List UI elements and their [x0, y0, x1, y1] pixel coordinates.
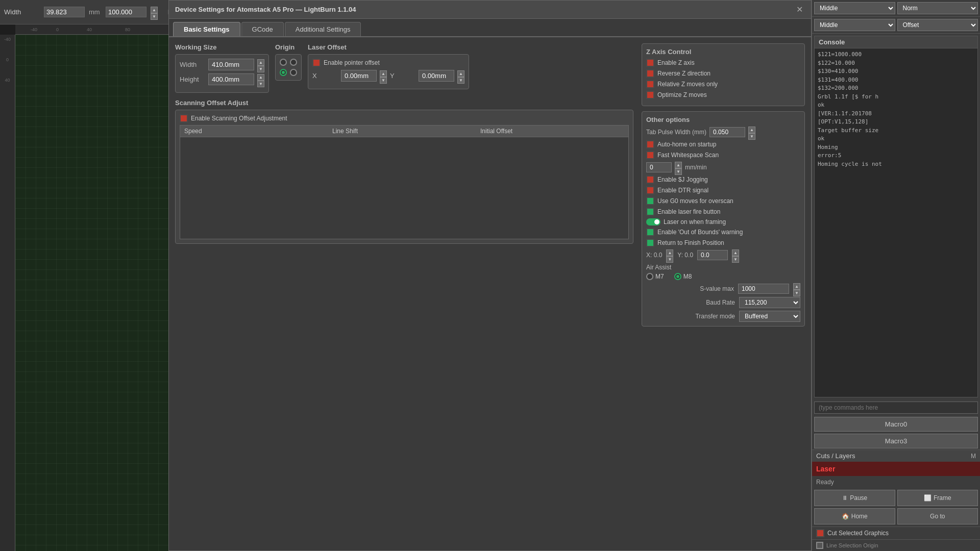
pause-icon: ⏸	[842, 494, 848, 502]
out-of-bounds-warning[interactable]: Enable 'Out of Bounds' warning	[646, 228, 800, 236]
laser-on-framing[interactable]: Laser on when framing	[646, 218, 800, 226]
auto-home-checkbox[interactable]	[646, 140, 654, 148]
enable-fire-button[interactable]: Enable laser fire button	[646, 208, 800, 216]
m7-radio[interactable]	[646, 273, 653, 280]
fast-whitespace-checkbox[interactable]	[646, 151, 654, 159]
reverse-z-checkbox[interactable]	[646, 69, 654, 78]
laser-framing-knob	[654, 219, 659, 224]
ws-height-input[interactable]	[208, 73, 254, 85]
baud-rate-select[interactable]: 115,200	[739, 297, 800, 308]
canvas-grid[interactable]	[15, 35, 168, 551]
laser-offset-header: Laser Offset	[308, 43, 469, 51]
canvas-area: -40 0 40 80 -40 0 40	[0, 24, 168, 551]
y-position-input[interactable]	[697, 250, 728, 260]
origin-top-right[interactable]	[290, 59, 297, 66]
laser-framing-toggle[interactable]	[646, 218, 660, 226]
pause-button[interactable]: ⏸ Pause	[814, 490, 895, 506]
radio-top-right[interactable]	[290, 59, 297, 66]
middle-dropdown-2[interactable]: Middle	[814, 19, 895, 31]
ws-width-input[interactable]	[208, 59, 254, 70]
enable-jogging[interactable]: Enable $J Jogging	[646, 176, 800, 184]
dialog-close-button[interactable]: ✕	[794, 5, 805, 14]
middle-dropdown-1[interactable]: Middle	[814, 2, 895, 14]
origin-bottom-left[interactable]	[280, 69, 287, 76]
m8-radio-item[interactable]: M8	[674, 273, 692, 280]
width-input[interactable]	[44, 7, 85, 17]
enable-fire-checkbox[interactable]	[646, 208, 654, 216]
laser-y-input[interactable]	[419, 70, 454, 82]
use-g0-label: Use G0 moves for overscan	[657, 197, 733, 205]
tab-basic-settings[interactable]: Basic Settings	[173, 22, 240, 36]
s-value-input[interactable]	[738, 284, 789, 294]
optimize-z-moves[interactable]: Optimize Z moves	[646, 91, 800, 99]
origin-box	[275, 54, 302, 81]
left-panel: Working Size Width ▲ ▼ Height	[175, 43, 633, 544]
radio-top-left[interactable]	[280, 59, 287, 66]
s-value-spinner[interactable]: ▲ ▼	[793, 283, 800, 294]
mm-min-spinner[interactable]: ▲ ▼	[675, 162, 682, 173]
origin-top-left[interactable]	[280, 59, 287, 66]
line-selection-checkbox[interactable]	[816, 542, 823, 549]
laser-offset-box: Enable pointer offset X ▲ ▼ Y	[308, 54, 469, 89]
enable-scanning-offset[interactable]: Enable Scanning Offset Adjustment	[180, 114, 629, 122]
origin-bottom-right[interactable]	[290, 69, 297, 76]
ws-width-spinner[interactable]: ▲ ▼	[257, 59, 264, 70]
auto-home-startup[interactable]: Auto-home on startup	[646, 140, 800, 148]
laser-y-spinner[interactable]: ▲ ▼	[457, 70, 464, 82]
relative-z-checkbox[interactable]	[646, 80, 654, 88]
home-button[interactable]: 🏠 Home	[814, 508, 895, 524]
return-finish-position[interactable]: Return to Finish Position	[646, 239, 800, 247]
m7-radio-item[interactable]: M7	[646, 273, 664, 280]
frame-label: Frame	[934, 494, 951, 502]
offset-dropdown[interactable]: Offset	[897, 19, 978, 31]
mm-min-input[interactable]	[646, 162, 672, 172]
enable-scanning-checkbox[interactable]	[180, 114, 188, 122]
return-finish-checkbox[interactable]	[646, 239, 654, 247]
enable-z-checkbox[interactable]	[646, 59, 654, 67]
x-position-spinner[interactable]: ▲ ▼	[666, 249, 673, 261]
enable-dtr-label: Enable DTR signal	[657, 187, 708, 194]
macro0-button[interactable]: Macro0	[814, 417, 978, 432]
origin-header: Origin	[275, 43, 302, 51]
console-input[interactable]	[814, 402, 978, 414]
enable-pointer-checkbox[interactable]	[312, 59, 321, 67]
enable-dtr-checkbox[interactable]	[646, 186, 654, 194]
cut-selected-row: Cut Selected Graphics	[812, 527, 980, 539]
frame-button[interactable]: ⬜ Frame	[897, 490, 978, 506]
transfer-mode-select[interactable]: Buffered	[739, 311, 800, 322]
reverse-z-direction[interactable]: Reverse Z direction	[646, 69, 800, 78]
use-g0-checkbox[interactable]	[646, 197, 654, 205]
tab-gcode[interactable]: GCode	[241, 22, 284, 36]
cuts-layers-expand[interactable]: M	[971, 453, 976, 460]
go-to-button[interactable]: Go to	[897, 508, 978, 524]
enable-jogging-checkbox[interactable]	[646, 176, 654, 184]
y-position-spinner[interactable]: ▲ ▼	[732, 249, 739, 261]
ready-text: Ready	[816, 479, 834, 486]
relative-z-moves[interactable]: Relative Z moves only	[646, 80, 800, 88]
cut-selected-checkbox[interactable]	[816, 529, 824, 537]
frame-icon: ⬜	[924, 494, 932, 502]
tab-pulse-input[interactable]	[709, 127, 745, 137]
enable-z-axis[interactable]: Enable Z axis	[646, 59, 800, 67]
laser-x-spinner[interactable]: ▲ ▼	[380, 70, 387, 82]
use-g0-overscan[interactable]: Use G0 moves for overscan	[646, 197, 800, 205]
fast-whitespace-scan[interactable]: Fast Whitespace Scan	[646, 151, 800, 159]
norm-dropdown[interactable]: Norm	[897, 2, 978, 14]
optimize-z-checkbox[interactable]	[646, 91, 654, 99]
enable-pointer-offset[interactable]: Enable pointer offset	[312, 59, 464, 67]
ws-height-spinner[interactable]: ▲ ▼	[257, 74, 264, 85]
width-percent-input[interactable]	[106, 7, 146, 17]
m8-radio[interactable]	[674, 273, 681, 280]
radio-bottom-left[interactable]	[280, 69, 287, 76]
ruler-vertical: -40 0 40	[0, 35, 15, 551]
enable-scanning-label: Enable Scanning Offset Adjustment	[191, 115, 287, 122]
other-options-section: Other options Tab Pulse Width (mm) ▲ ▼ A…	[642, 111, 805, 327]
width-spinner[interactable]: ▲ ▼	[151, 7, 158, 18]
tab-additional-settings[interactable]: Additional Settings	[285, 22, 361, 36]
laser-x-input[interactable]	[341, 70, 377, 82]
enable-dtr[interactable]: Enable DTR signal	[646, 186, 800, 194]
tab-pulse-spinner[interactable]: ▲ ▼	[748, 127, 755, 138]
out-of-bounds-checkbox[interactable]	[646, 228, 654, 236]
macro3-button[interactable]: Macro3	[814, 434, 978, 448]
radio-bottom-right[interactable]	[290, 69, 297, 76]
